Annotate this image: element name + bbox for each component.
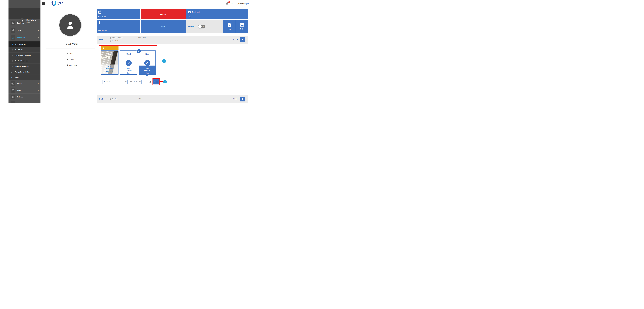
sidebar-item-roster[interactable]: Roster › [8, 87, 40, 94]
sidebar-item-review-timesheet[interactable]: Review Timesheet [8, 41, 40, 47]
punch-card-end-edit[interactable]: End TimeLocationDate [139, 50, 156, 75]
date-select[interactable]: 2019-06-03 [129, 80, 142, 84]
profile-role: Admin [70, 59, 74, 60]
punch-card-fields: TimeLocationDate [120, 67, 137, 74]
sidebar-item-employee[interactable]: Employee › [8, 19, 40, 27]
sidebar-item-web-clockin[interactable]: Web Clockin [8, 47, 40, 52]
pending-status-card[interactable]: Pending [141, 9, 186, 19]
toggle-x-icon: ✕ [202, 25, 204, 28]
annotation-line-2 [160, 81, 163, 82]
punch-card-start-photo[interactable]: Start 11:52 AMK Office 2019-06-03 [101, 50, 118, 75]
notification-count-badge[interactable]: 6 [228, 1, 230, 3]
location-select-value: AMK Office [103, 81, 125, 83]
break-row: Break Duration 1:00H 0:00H + [96, 95, 248, 103]
profile-location: AMK Office [69, 65, 77, 66]
punch-time: 11:52 [101, 65, 118, 68]
sidebar-user-panel: Brad Wong Admin [8, 8, 40, 19]
note-label: Note [240, 28, 244, 30]
note-button[interactable]: Note [236, 20, 248, 33]
sidebar-nav: Brad Wong Admin Employee › Leave › [8, 0, 40, 103]
annotation-step-2: 2 [163, 80, 167, 84]
hamburger-menu-icon[interactable] [42, 2, 45, 5]
chevron-right-icon: › [38, 94, 39, 100]
chevron-right-icon: › [38, 100, 39, 103]
sidebar-item-attendance-settings[interactable]: Attendance Settings [8, 64, 40, 69]
sidebar-item-unclassified-timesheet[interactable]: Unclassified Timesheet [8, 52, 40, 58]
sidebar-item-leave[interactable]: Leave › [8, 27, 40, 34]
reviewed-label: Reviewed [192, 11, 200, 13]
app-window: HERD HR 6 Welcome, Brad Wong Brad Wong [0, 0, 253, 103]
sidebar-item-report[interactable]: › Report [8, 74, 40, 80]
date-label: Mon 3 Jun [98, 16, 106, 18]
caret-down-icon [248, 4, 249, 4]
sidebar-item-finalize-timesheet[interactable]: Finalize Timesheet [8, 58, 40, 64]
log-label: Log [228, 28, 230, 30]
work-total-hours: 0:00H [234, 38, 238, 40]
absent-toggle[interactable]: ✕ [198, 25, 205, 28]
profile-department-row: Office [66, 52, 74, 54]
edit-pencil-icon[interactable] [126, 60, 132, 66]
sidebar-item-notification-partial[interactable]: › [8, 100, 40, 103]
break-duration-row: Duration [110, 98, 118, 100]
chevron-right-icon: › [11, 69, 12, 75]
location-label: AMK Office [98, 30, 107, 32]
work-add-button[interactable]: + [240, 37, 245, 42]
annotation-line-1 [157, 61, 162, 62]
punch-card-fields: TimeLocationDate [139, 67, 156, 74]
bell-icon [10, 101, 15, 103]
work-punch-value: - [138, 40, 138, 42]
attendance-group-icon [10, 35, 15, 40]
pending-label: Pending [141, 9, 186, 19]
map-pin-icon [66, 64, 68, 66]
checkbox-check-icon [188, 10, 191, 14]
log-button[interactable]: Log [223, 20, 236, 33]
employee-person-icon [10, 20, 15, 25]
dot-icon [12, 49, 13, 50]
punch-card-start-edit[interactable]: Start TimeLocationDate [120, 50, 137, 75]
work-punched-row: Punched [110, 40, 118, 42]
active-dot-icon [12, 44, 13, 45]
time-input[interactable] [143, 80, 152, 84]
work-schedule-value: 09:00 - 18:00 [138, 37, 146, 38]
sidebar-item-attendance[interactable]: Attendance › [8, 34, 40, 41]
end-card-pointer [146, 75, 149, 76]
punch-location: AMK Office [101, 68, 118, 70]
chevron-right-icon: › [38, 27, 39, 34]
payroll-money-icon [10, 81, 15, 86]
profile-name: Brad Wong [56, 43, 88, 45]
break-row-title: Break [98, 98, 103, 100]
sidebar-item-assign-group-setting[interactable]: › Assign Group Setting [8, 69, 40, 74]
calendar-icon [110, 37, 111, 38]
sitemap-icon [66, 52, 68, 54]
sidebar-item-payroll[interactable]: Payroll › [8, 80, 40, 87]
chevron-right-icon: › [38, 87, 39, 94]
logo-text: HERD [57, 2, 64, 4]
settings-gears-icon [10, 95, 15, 99]
user-menu[interactable]: Welcome, Brad Wong [232, 0, 249, 8]
work-row: Work 9:00am - 6:00pm Punched 09:00 - 18:… [96, 36, 248, 44]
dot-icon [12, 66, 13, 67]
date-select-value: 2019-06-03 [129, 81, 139, 83]
reviewed-card[interactable]: Reviewed N/A [186, 9, 248, 19]
pin-icon [98, 21, 101, 25]
dot-icon [12, 55, 13, 56]
sidebar-item-settings[interactable]: Settings › [8, 94, 40, 100]
calendar-icon [110, 98, 111, 100]
location-card[interactable]: AMK Office [96, 20, 140, 33]
app-logo: HERD HR [52, 1, 67, 7]
profile-role-row: Admin [66, 58, 74, 61]
break-total-hours: 0:00H [234, 98, 238, 100]
document-icon [228, 22, 231, 27]
break-add-button[interactable]: + [240, 96, 245, 102]
work-schedule: 9:00am - 6:00pm [112, 37, 123, 38]
sidebar-top-block [8, 0, 40, 8]
edit-pencil-icon[interactable] [144, 60, 150, 66]
attendance-submenu: Review Timesheet Web Clockin Unclassifie… [8, 41, 40, 80]
selected-check-icon: ✓ [136, 49, 141, 54]
shift-type-card[interactable]: Work [141, 20, 186, 33]
date-card[interactable]: Mon 3 Jun [96, 9, 140, 19]
punch-date: 2019-06-03 [101, 70, 118, 72]
work-schedule-row: 9:00am - 6:00pm [110, 37, 123, 38]
location-select[interactable]: AMK Office [102, 80, 128, 84]
logo-subtext: HR [57, 4, 59, 6]
